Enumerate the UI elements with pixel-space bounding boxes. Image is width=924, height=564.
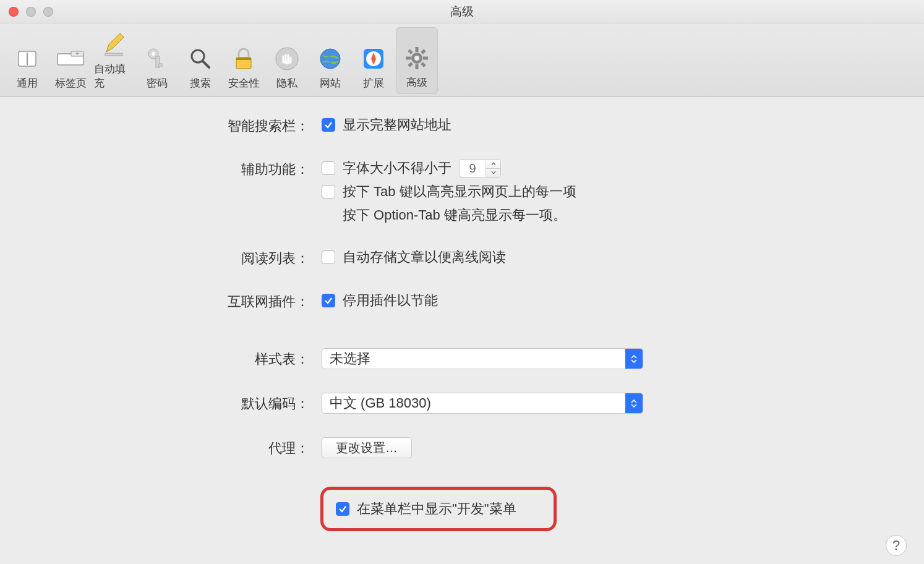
row-accessibility: 辅助功能： 字体大小不得小于 9 <box>25 159 899 224</box>
toolbar-label: 高级 <box>406 75 427 90</box>
cb-save-offline[interactable]: 自动存储文章以便离线阅读 <box>322 248 506 267</box>
row-encoding: 默认编码： 中文 (GB 18030) <box>25 393 899 414</box>
select-value: 中文 (GB 18030) <box>330 394 431 412</box>
toolbar-websites[interactable]: 网站 <box>309 27 351 94</box>
toolbar-label: 安全性 <box>228 76 260 90</box>
stepper-buttons[interactable] <box>486 160 500 177</box>
svg-marker-5 <box>106 33 124 52</box>
cb-dev-menu[interactable]: 在菜单栏中显示"开发"菜单 <box>336 500 516 518</box>
toolbar-label: 网站 <box>320 76 341 90</box>
select-arrows-icon <box>625 349 643 369</box>
cb-label: 显示完整网站地址 <box>343 116 451 134</box>
titlebar: 高级 <box>0 0 924 24</box>
svg-text:+: + <box>75 51 79 57</box>
cb-min-font[interactable]: 字体大小不得小于 <box>322 159 451 177</box>
checkbox-icon <box>322 161 335 175</box>
prefs-content: 智能搜索栏： 显示完整网站地址 辅助功能： 字体大小不得小于 <box>0 97 924 564</box>
lock-icon <box>229 44 259 74</box>
toolbar-label: 自动填充 <box>94 62 134 90</box>
option-tab-note: 按下 Option-Tab 键高亮显示每一项。 <box>322 206 576 224</box>
label-encoding: 默认编码： <box>25 393 309 413</box>
button-label: 更改设置… <box>336 440 398 456</box>
label-stylesheet: 样式表： <box>25 349 309 369</box>
toolbar-tabs[interactable]: + 标签页 <box>49 27 92 94</box>
select-stylesheet[interactable]: 未选择 <box>322 348 643 369</box>
toolbar-autofill[interactable]: 自动填充 <box>93 27 135 94</box>
gear-icon <box>402 43 432 73</box>
cb-label: 自动存储文章以便离线阅读 <box>343 248 506 267</box>
globe-icon <box>315 44 345 74</box>
window-minimize-button[interactable] <box>26 7 36 17</box>
chevron-down-icon[interactable] <box>486 169 500 177</box>
toolbar-search[interactable]: 搜索 <box>179 27 221 94</box>
svg-line-12 <box>203 61 209 67</box>
svg-line-26 <box>409 50 412 53</box>
svg-point-15 <box>276 48 298 70</box>
cb-show-full-address[interactable]: 显示完整网站地址 <box>322 116 451 134</box>
toolbar-general[interactable]: 通用 <box>6 27 48 94</box>
cb-label: 停用插件以节能 <box>343 291 438 310</box>
window-title: 高级 <box>0 4 924 20</box>
svg-rect-10 <box>158 64 162 66</box>
window-zoom-button[interactable] <box>43 7 53 17</box>
label-reading-list: 阅读列表： <box>25 248 309 268</box>
label-plugins: 互联网插件： <box>25 291 309 311</box>
cb-label: 按下 Tab 键以高亮显示网页上的每一项 <box>343 182 576 201</box>
highlight-box: 在菜单栏中显示"开发"菜单 <box>320 487 557 531</box>
window-close-button[interactable] <box>9 7 19 17</box>
cb-label: 在菜单栏中显示"开发"菜单 <box>357 500 516 518</box>
label-proxy: 代理： <box>25 438 309 458</box>
toolbar-label: 通用 <box>17 76 38 90</box>
cb-label: 字体大小不得小于 <box>343 159 451 177</box>
select-encoding[interactable]: 中文 (GB 18030) <box>322 393 643 414</box>
change-proxy-button[interactable]: 更改设置… <box>322 437 412 458</box>
toolbar-security[interactable]: 安全性 <box>223 27 265 94</box>
tabs-icon: + <box>56 44 85 74</box>
checkbox-icon <box>322 185 335 199</box>
svg-line-29 <box>409 63 412 66</box>
prefs-toolbar: 通用 + 标签页 自动填充 密 <box>0 24 924 97</box>
toolbar-label: 标签页 <box>55 76 87 90</box>
toolbar-label: 扩展 <box>363 76 384 90</box>
label-accessibility: 辅助功能： <box>25 159 309 179</box>
stepper-value: 9 <box>460 161 486 176</box>
cb-stop-plugins[interactable]: 停用插件以节能 <box>322 291 438 310</box>
svg-rect-6 <box>105 53 122 56</box>
label-smart-search: 智能搜索栏： <box>25 116 309 135</box>
row-stylesheet: 样式表： 未选择 <box>25 348 899 369</box>
svg-point-8 <box>152 52 155 56</box>
toolbar-label: 隐私 <box>276 76 297 90</box>
row-proxy: 代理： 更改设置… <box>25 437 899 458</box>
pencil-icon <box>99 30 129 59</box>
toolbar-advanced[interactable]: 高级 <box>396 27 438 94</box>
hand-icon <box>272 44 302 74</box>
svg-rect-14 <box>236 58 251 60</box>
toolbar-extensions[interactable]: 扩展 <box>353 27 395 94</box>
svg-point-21 <box>414 56 419 61</box>
row-plugins: 互联网插件： 停用插件以节能 <box>25 291 899 311</box>
toolbar-label: 密码 <box>147 76 168 90</box>
key-icon <box>142 44 172 74</box>
svg-line-28 <box>422 50 425 53</box>
toolbar-label: 搜索 <box>190 76 211 90</box>
svg-line-27 <box>422 63 425 66</box>
min-font-stepper[interactable]: 9 <box>459 159 501 177</box>
select-value: 未选择 <box>330 349 370 368</box>
help-button[interactable]: ? <box>886 535 907 556</box>
cb-tab-highlight[interactable]: 按下 Tab 键以高亮显示网页上的每一项 <box>322 182 576 201</box>
chevron-up-icon[interactable] <box>486 160 500 169</box>
checkbox-icon <box>322 294 335 307</box>
checkbox-icon <box>322 118 335 132</box>
checkbox-icon <box>336 502 349 516</box>
magnifier-icon <box>186 44 215 74</box>
traffic-lights <box>0 7 53 17</box>
checkbox-icon <box>322 250 335 264</box>
row-smart-search: 智能搜索栏： 显示完整网站地址 <box>25 116 899 135</box>
svg-point-16 <box>320 49 340 69</box>
toolbar-passwords[interactable]: 密码 <box>136 27 178 94</box>
row-reading-list: 阅读列表： 自动存储文章以便离线阅读 <box>25 248 899 268</box>
compass-icon <box>359 44 388 74</box>
switch-icon <box>12 44 42 74</box>
select-arrows-icon <box>625 393 643 413</box>
toolbar-privacy[interactable]: 隐私 <box>266 27 308 94</box>
